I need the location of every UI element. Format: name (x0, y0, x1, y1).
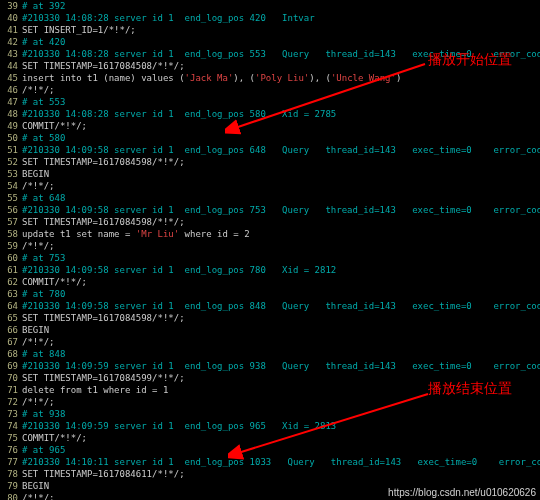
code-line: 78SET TIMESTAMP=1617084611/*!*/; (0, 468, 540, 480)
line-number: 49 (0, 120, 18, 132)
line-number: 62 (0, 276, 18, 288)
line-code: #210330 14:08:28 server id 1 end_log_pos… (18, 108, 336, 120)
code-line: 75COMMIT/*!*/; (0, 432, 540, 444)
line-code: SET TIMESTAMP=1617084598/*!*/; (18, 312, 185, 324)
code-line: 62COMMIT/*!*/; (0, 276, 540, 288)
line-number: 43 (0, 48, 18, 60)
line-code: # at 553 (18, 96, 65, 108)
code-line: 72/*!*/; (0, 396, 540, 408)
line-code: delete from t1 where id = 1 (18, 384, 168, 396)
line-code: BEGIN (18, 324, 49, 336)
line-code: /*!*/; (18, 240, 55, 252)
code-line: 67/*!*/; (0, 336, 540, 348)
watermark: https://blog.csdn.net/u010620626 (388, 487, 536, 499)
line-number: 46 (0, 84, 18, 96)
line-number: 63 (0, 288, 18, 300)
line-code: #210330 14:10:11 server id 1 end_log_pos… (18, 456, 540, 468)
code-line: 64#210330 14:09:58 server id 1 end_log_p… (0, 300, 540, 312)
line-number: 65 (0, 312, 18, 324)
code-line: 42# at 420 (0, 36, 540, 48)
line-code: #210330 14:09:58 server id 1 end_log_pos… (18, 300, 540, 312)
line-number: 76 (0, 444, 18, 456)
code-line: 47# at 553 (0, 96, 540, 108)
line-code: #210330 14:09:58 server id 1 end_log_pos… (18, 144, 540, 156)
code-line: 66BEGIN (0, 324, 540, 336)
line-code: update t1 set name = 'Mr Liu' where id =… (18, 228, 250, 240)
annotation-end: 播放结束位置 (428, 383, 512, 395)
line-number: 78 (0, 468, 18, 480)
line-code: SET INSERT_ID=1/*!*/; (18, 24, 136, 36)
code-line: 74#210330 14:09:59 server id 1 end_log_p… (0, 420, 540, 432)
code-line: 63# at 780 (0, 288, 540, 300)
line-code: /*!*/; (18, 180, 55, 192)
line-number: 57 (0, 216, 18, 228)
code-line: 56#210330 14:09:58 server id 1 end_log_p… (0, 204, 540, 216)
line-number: 73 (0, 408, 18, 420)
line-number: 59 (0, 240, 18, 252)
line-number: 61 (0, 264, 18, 276)
code-line: 55# at 648 (0, 192, 540, 204)
line-number: 77 (0, 456, 18, 468)
code-line: 51#210330 14:09:58 server id 1 end_log_p… (0, 144, 540, 156)
line-number: 41 (0, 24, 18, 36)
line-code: insert into t1 (name) values ('Jack Ma')… (18, 72, 401, 84)
line-number: 67 (0, 336, 18, 348)
code-line: 46/*!*/; (0, 84, 540, 96)
code-line: 39# at 392 (0, 0, 540, 12)
line-code: # at 965 (18, 444, 65, 456)
line-code: #210330 14:09:58 server id 1 end_log_pos… (18, 204, 540, 216)
code-line: 40#210330 14:08:28 server id 1 end_log_p… (0, 12, 540, 24)
line-code: #210330 14:09:58 server id 1 end_log_pos… (18, 264, 336, 276)
code-line: 53BEGIN (0, 168, 540, 180)
code-line: 68# at 848 (0, 348, 540, 360)
line-number: 48 (0, 108, 18, 120)
line-code: COMMIT/*!*/; (18, 432, 87, 444)
code-line: 61#210330 14:09:58 server id 1 end_log_p… (0, 264, 540, 276)
line-number: 75 (0, 432, 18, 444)
line-number: 60 (0, 252, 18, 264)
line-number: 53 (0, 168, 18, 180)
code-line: 65SET TIMESTAMP=1617084598/*!*/; (0, 312, 540, 324)
line-code: SET TIMESTAMP=1617084598/*!*/; (18, 216, 185, 228)
line-number: 69 (0, 360, 18, 372)
line-code: BEGIN (18, 480, 49, 492)
code-line: 59/*!*/; (0, 240, 540, 252)
line-code: /*!*/; (18, 492, 55, 500)
line-code: /*!*/; (18, 84, 55, 96)
line-number: 79 (0, 480, 18, 492)
code-line: 48#210330 14:08:28 server id 1 end_log_p… (0, 108, 540, 120)
annotation-start: 播放开始位置 (428, 54, 512, 66)
line-code: SET TIMESTAMP=1617084599/*!*/; (18, 372, 185, 384)
line-number: 39 (0, 0, 18, 12)
line-code: # at 648 (18, 192, 65, 204)
line-code: COMMIT/*!*/; (18, 276, 87, 288)
code-line: 54/*!*/; (0, 180, 540, 192)
code-editor[interactable]: 39# at 39240#210330 14:08:28 server id 1… (0, 0, 540, 500)
line-number: 47 (0, 96, 18, 108)
line-number: 74 (0, 420, 18, 432)
line-number: 70 (0, 372, 18, 384)
line-code: #210330 14:09:59 server id 1 end_log_pos… (18, 420, 336, 432)
code-line: 52SET TIMESTAMP=1617084598/*!*/; (0, 156, 540, 168)
code-line: 57SET TIMESTAMP=1617084598/*!*/; (0, 216, 540, 228)
code-line: 60# at 753 (0, 252, 540, 264)
line-number: 51 (0, 144, 18, 156)
line-number: 66 (0, 324, 18, 336)
code-line: 49COMMIT/*!*/; (0, 120, 540, 132)
line-code: # at 580 (18, 132, 65, 144)
code-line: 69#210330 14:09:59 server id 1 end_log_p… (0, 360, 540, 372)
line-code: SET TIMESTAMP=1617084508/*!*/; (18, 60, 185, 72)
line-code: SET TIMESTAMP=1617084611/*!*/; (18, 468, 185, 480)
code-line: 77#210330 14:10:11 server id 1 end_log_p… (0, 456, 540, 468)
line-code: /*!*/; (18, 336, 55, 348)
line-number: 52 (0, 156, 18, 168)
line-code: #210330 14:09:59 server id 1 end_log_pos… (18, 360, 540, 372)
line-number: 72 (0, 396, 18, 408)
code-line: 58update t1 set name = 'Mr Liu' where id… (0, 228, 540, 240)
line-code: # at 392 (18, 0, 65, 12)
code-line: 50# at 580 (0, 132, 540, 144)
line-code: # at 848 (18, 348, 65, 360)
code-line: 45insert into t1 (name) values ('Jack Ma… (0, 72, 540, 84)
line-number: 45 (0, 72, 18, 84)
line-number: 55 (0, 192, 18, 204)
